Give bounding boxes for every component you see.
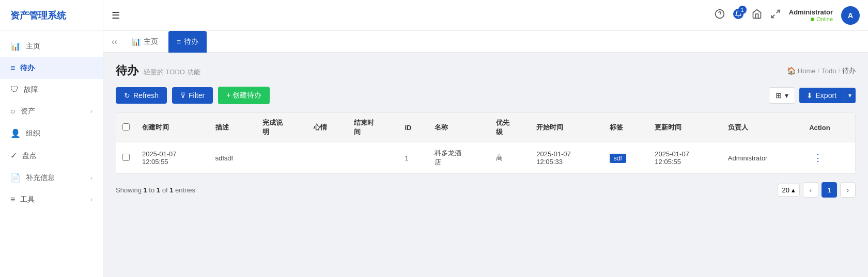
sidebar-item-todo[interactable]: ≡ 待办 (0, 57, 103, 79)
filter-button[interactable]: ⊽ Filter (172, 87, 213, 104)
row-checkbox[interactable] (122, 154, 130, 161)
page-title-area: 待办 轻量的 TODO 功能 (116, 63, 200, 78)
app-title: 资产管理系统 (10, 9, 66, 22)
sidebar-item-label-todo: 待办 (20, 63, 92, 73)
showing-text: Showing (116, 186, 142, 194)
page-size-chevron-icon: ▴ (792, 186, 795, 194)
table-header-row: 创建时间 描述 完成说明 心情 结束时间 ID 名称 优先级 开始时间 标签 更… (116, 113, 855, 142)
sidebar-item-label-assets: 资产 (21, 107, 85, 116)
breadcrumb-todo[interactable]: Todo (822, 67, 836, 75)
fullscreen-icon[interactable] (770, 9, 781, 22)
cell-desc: sdfsdf (209, 142, 257, 174)
user-name: Administrator (789, 8, 833, 16)
sidebar-item-home[interactable]: 📊 主页 (0, 35, 103, 57)
todo-icon: ≡ (10, 63, 15, 73)
cell-action[interactable]: ⋮ (803, 142, 855, 174)
cell-completion (256, 142, 307, 174)
header-updated-at: 更新时间 (648, 113, 722, 142)
cell-priority: 高 (490, 142, 530, 174)
export-group: ⬇ Export ▾ (799, 88, 856, 103)
svg-line-2 (776, 10, 779, 13)
cell-name: 科多龙酒店 (428, 142, 490, 174)
tab-home-label: 主页 (144, 37, 158, 46)
page-size-value: 20 (782, 186, 789, 194)
page-size-select[interactable]: 20 ▴ (778, 184, 800, 197)
action-menu-button[interactable]: ⋮ (809, 152, 827, 164)
toolbar-right: ⊞ ▾ ⬇ Export ▾ (769, 87, 856, 104)
sidebar: 资产管理系统 📊 主页 ≡ 待办 🛡 故障 ○ 资产 › 👤 组织 ✓ 盘点 (0, 0, 103, 277)
menu-toggle-button[interactable]: ☰ (112, 10, 120, 21)
avatar[interactable]: A (841, 6, 860, 25)
sidebar-item-inventory[interactable]: ✓ 盘点 (0, 144, 103, 167)
create-button[interactable]: + 创建待办 (218, 87, 270, 104)
breadcrumb-current: 待办 (842, 66, 856, 75)
entries-text: entries (175, 186, 195, 194)
page-subtitle: 轻量的 TODO 功能 (144, 68, 200, 77)
header-desc: 描述 (209, 113, 257, 142)
refresh-button[interactable]: ↻ Refresh (116, 87, 167, 104)
data-table: 创建时间 描述 完成说明 心情 结束时间 ID 名称 优先级 开始时间 标签 更… (116, 112, 856, 174)
org-icon: 👤 (10, 128, 21, 138)
export-label: Export (816, 91, 836, 100)
tab-todo-icon: ≡ (177, 38, 181, 46)
sidebar-item-label-org: 组织 (26, 129, 92, 138)
cell-start-time: 2025-01-0712:05:33 (530, 142, 603, 174)
of-text: of (162, 186, 168, 194)
svg-line-3 (771, 15, 774, 18)
sidebar-item-label-fault: 故障 (24, 85, 92, 94)
sidebar-item-org[interactable]: 👤 组织 (0, 122, 103, 144)
header-checkbox-cell (116, 113, 136, 142)
header-icons: 1 Administrator (715, 6, 860, 25)
chevron-right-icon: › (90, 108, 92, 115)
header-name: 名称 (428, 113, 490, 142)
user-info[interactable]: Administrator Online (789, 8, 833, 22)
user-status: Online (811, 16, 833, 22)
help-icon[interactable] (715, 9, 725, 22)
export-button[interactable]: ⬇ Export (799, 88, 844, 103)
chevron-right-icon-extra: › (90, 174, 92, 182)
inventory-icon: ✓ (10, 151, 17, 160)
header-completion: 完成说明 (256, 113, 307, 142)
columns-button[interactable]: ⊞ ▾ (769, 87, 795, 104)
tab-todo[interactable]: ≡ 待办 (168, 31, 207, 53)
export-dropdown-button[interactable]: ▾ (844, 88, 856, 103)
export-icon: ⬇ (807, 91, 813, 100)
pagination-from: 1 (144, 186, 147, 194)
header-action: Action (803, 113, 855, 142)
sidebar-menu: 📊 主页 ≡ 待办 🛡 故障 ○ 资产 › 👤 组织 ✓ 盘点 📄 补充信息 › (0, 31, 103, 277)
filter-label: Filter (189, 91, 205, 100)
pagination-page-1[interactable]: 1 (822, 182, 837, 198)
pagination-next-button[interactable]: › (840, 182, 856, 198)
home-nav-icon[interactable] (752, 9, 762, 22)
tab-home[interactable]: 📊 主页 (123, 31, 166, 53)
notification-badge: 1 (738, 6, 747, 14)
header-created-at: 创建时间 (136, 113, 209, 142)
sidebar-item-label-extra: 补充信息 (26, 173, 85, 183)
cell-end-time (348, 142, 399, 174)
top-header: ☰ 1 (103, 0, 868, 31)
select-all-checkbox[interactable] (122, 123, 130, 131)
pagination-bar: Showing 1 to 1 of 1 entries 20 ▴ ‹ 1 › (116, 182, 856, 198)
home-icon: 📊 (10, 41, 21, 51)
pagination-prev-button[interactable]: ‹ (803, 182, 818, 198)
header-priority: 优先级 (490, 113, 530, 142)
tab-home-icon: 📊 (132, 38, 141, 46)
sidebar-item-fault[interactable]: 🛡 故障 (0, 79, 103, 101)
page-header: 待办 轻量的 TODO 功能 🏠 Home / Todo / 待办 (116, 63, 856, 78)
tab-collapse-button[interactable]: ‹‹ (107, 35, 121, 48)
cell-created-at: 2025-01-0712:05:55 (136, 142, 209, 174)
page-title: 待办 (116, 63, 138, 78)
cell-mood (307, 142, 348, 174)
refresh-label: Refresh (133, 91, 159, 100)
refresh-icon: ↻ (124, 91, 130, 100)
header-assignee: 负责人 (722, 113, 803, 142)
sidebar-item-extra[interactable]: 📄 补充信息 › (0, 167, 103, 189)
row-checkbox-cell (116, 142, 136, 174)
sidebar-item-tools[interactable]: ≡ 工具 › (0, 189, 103, 210)
sidebar-item-assets[interactable]: ○ 资产 › (0, 101, 103, 122)
breadcrumb-home[interactable]: Home (798, 67, 816, 75)
tab-bar: ‹‹ 📊 主页 ≡ 待办 (103, 31, 868, 53)
main-area: ☰ 1 (103, 0, 868, 277)
extra-icon: 📄 (10, 173, 21, 183)
notification-icon[interactable]: 1 (733, 9, 743, 22)
